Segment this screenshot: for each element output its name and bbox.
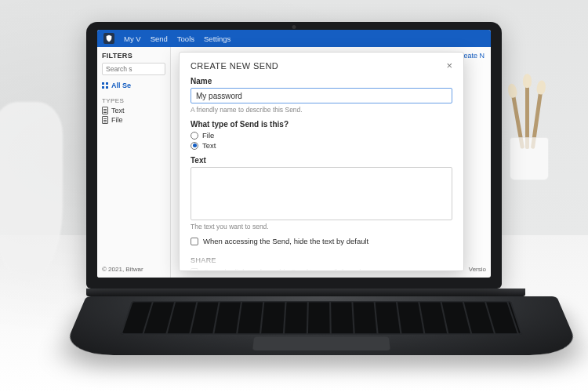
top-nav: My V Send Tools Settings [97,30,491,47]
background-brushes [502,86,557,180]
radio-label: Text [202,141,216,150]
nav-tools[interactable]: Tools [177,34,194,43]
radio-icon [191,142,198,150]
laptop-hinge [86,289,525,296]
close-icon[interactable]: × [446,60,452,71]
text-hint: The text you want to send. [191,223,452,230]
modal-title: CREATE NEW SEND [191,61,278,71]
radio-icon [191,132,198,140]
nav-send[interactable]: Send [151,34,168,43]
name-label: Name [191,77,452,85]
laptop: My V Send Tools Settings FILTERS All Se … [86,22,502,383]
camera-dot [292,25,296,29]
radio-file[interactable]: File [191,131,452,140]
background-vase [0,102,63,282]
brand-logo-icon [103,33,114,44]
checkbox-icon [191,238,198,245]
app-screen: My V Send Tools Settings FILTERS All Se … [97,30,491,278]
create-send-modal: CREATE NEW SEND × Name A friendly name t… [179,52,464,271]
nav-brand[interactable]: My V [124,34,141,43]
hide-text-checkbox-row[interactable]: When accessing the Send, hide the text b… [191,237,452,245]
text-label: Text [191,156,452,165]
type-question: What type of Send is this? [191,120,452,129]
radio-label: File [202,131,214,140]
hide-text-label: When accessing the Send, hide the text b… [203,237,368,245]
text-textarea[interactable] [191,167,452,220]
name-input[interactable] [191,88,452,103]
name-hint: A friendly name to describe this Send. [191,106,452,114]
laptop-deck [61,296,582,355]
trackpad [252,337,390,350]
keyboard [120,301,522,335]
radio-text[interactable]: Text [191,141,452,150]
nav-settings[interactable]: Settings [204,34,230,43]
